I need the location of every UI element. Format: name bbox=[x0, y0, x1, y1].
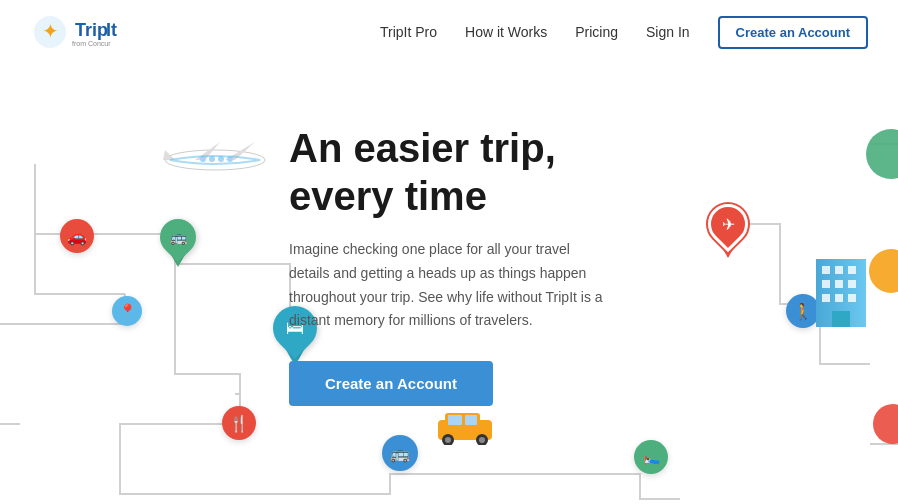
sleep-pin: 🛌 bbox=[634, 440, 668, 474]
car-pin: 🚗 bbox=[60, 219, 94, 253]
svg-rect-14 bbox=[835, 266, 843, 274]
svg-rect-19 bbox=[822, 294, 830, 302]
logo[interactable]: ✦ Trip It from Concur bbox=[30, 12, 160, 52]
food-pin: 🍴 bbox=[222, 406, 256, 440]
edge-circle-right-mid bbox=[869, 249, 898, 293]
svg-rect-21 bbox=[848, 294, 856, 302]
svg-rect-25 bbox=[448, 415, 462, 425]
svg-rect-26 bbox=[465, 415, 477, 425]
header-create-account-button[interactable]: Create an Account bbox=[718, 16, 868, 49]
svg-point-30 bbox=[479, 437, 485, 443]
location-pin: 📍 bbox=[112, 296, 142, 326]
svg-rect-13 bbox=[822, 266, 830, 274]
svg-text:Trip: Trip bbox=[75, 20, 108, 40]
edge-circle-top-right bbox=[866, 129, 898, 179]
bus-bottom-pin: 🚌 bbox=[382, 435, 418, 471]
svg-rect-15 bbox=[848, 266, 856, 274]
nav-pricing[interactable]: Pricing bbox=[575, 24, 618, 40]
plane-pin: ✈ bbox=[708, 204, 748, 258]
taxi-icon bbox=[430, 405, 500, 454]
nav-tripit-pro[interactable]: TripIt Pro bbox=[380, 24, 437, 40]
svg-text:from Concur: from Concur bbox=[72, 40, 111, 47]
svg-text:It: It bbox=[106, 20, 117, 40]
hero-description: Imagine checking one place for all your … bbox=[289, 238, 609, 333]
airplane-icon bbox=[155, 132, 275, 194]
svg-rect-17 bbox=[835, 280, 843, 288]
svg-rect-18 bbox=[848, 280, 856, 288]
svg-rect-20 bbox=[835, 294, 843, 302]
svg-point-6 bbox=[165, 150, 265, 170]
svg-point-28 bbox=[445, 437, 451, 443]
nav-how-it-works[interactable]: How it Works bbox=[465, 24, 547, 40]
edge-circle-right-bottom bbox=[873, 404, 898, 444]
main-nav: TripIt Pro How it Works Pricing Sign In … bbox=[380, 16, 868, 49]
svg-rect-22 bbox=[832, 311, 850, 327]
svg-text:✦: ✦ bbox=[42, 20, 59, 42]
building-icon bbox=[808, 244, 868, 324]
hero-title: An easier trip, every time bbox=[289, 124, 609, 220]
hero-cta-button[interactable]: Create an Account bbox=[289, 361, 493, 406]
svg-rect-16 bbox=[822, 280, 830, 288]
main-content: An easier trip, every time Imagine check… bbox=[0, 64, 898, 504]
hero-section: An easier trip, every time Imagine check… bbox=[289, 124, 609, 406]
nav-sign-in[interactable]: Sign In bbox=[646, 24, 690, 40]
bus-pin: 🚌 bbox=[160, 219, 196, 267]
